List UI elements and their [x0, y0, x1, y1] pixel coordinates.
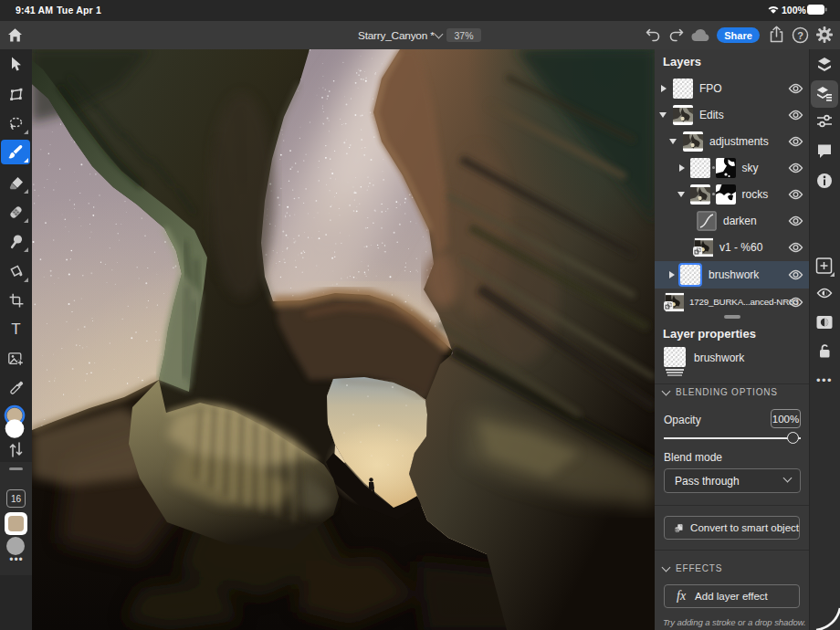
svg-text:?: ? — [797, 30, 803, 41]
